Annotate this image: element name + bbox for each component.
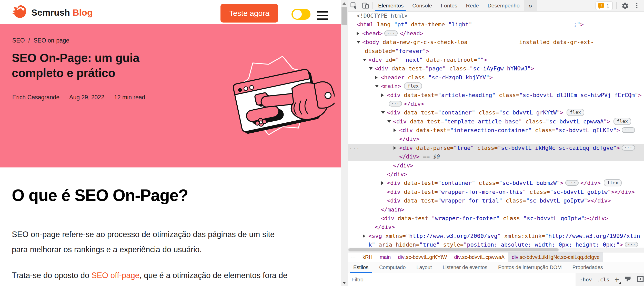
devtools-panel: ElementosConsoleFontesRedeDesempenho » 1: [348, 0, 644, 286]
dom-tree-row[interactable]: <!DOCTYPE html>: [348, 12, 644, 20]
styles-filter-input[interactable]: [348, 273, 576, 286]
dom-tree-row[interactable]: <main>flex: [348, 82, 644, 91]
expand-ellipsis-button[interactable]: ···: [565, 180, 579, 186]
hscrollbar-thumb[interactable]: [348, 248, 559, 251]
dom-tree-row[interactable]: </div>: [348, 223, 644, 231]
expand-arrow-icon[interactable]: [381, 179, 387, 187]
toggle-class-button[interactable]: .cls: [597, 277, 609, 283]
styles-tab-layout[interactable]: Layout: [411, 262, 437, 273]
devtools-tab-rede[interactable]: Rede: [461, 0, 483, 11]
expand-arrow-icon[interactable]: [394, 126, 399, 135]
try-now-button[interactable]: Teste agora: [220, 4, 278, 23]
seo-off-page-link[interactable]: SEO off-page: [92, 271, 139, 280]
dom-tree-row[interactable]: k" aria-hidden="true" style="position: a…: [348, 240, 644, 248]
breadcrumb-seo-on-page[interactable]: SEO on-page: [34, 37, 69, 44]
flex-badge[interactable]: flex: [613, 118, 631, 125]
dom-tree-row[interactable]: <div data-test="container" class="sc-bdv…: [348, 108, 644, 117]
toggle-hover-state-button[interactable]: :hov: [580, 277, 592, 283]
issues-badge[interactable]: 1: [596, 2, 613, 10]
dom-breadcrumb[interactable]: kRH: [359, 252, 376, 262]
expand-arrow-icon[interactable]: [357, 29, 362, 38]
dom-tree-row[interactable]: <div id="__next" data-reactroot="">: [348, 56, 644, 64]
dom-tree-row[interactable]: </div>: [348, 170, 644, 179]
more-tabs-button[interactable]: »: [524, 0, 537, 11]
code-token: ;": [573, 21, 580, 28]
dom-tree-row[interactable]: ···</div>: [348, 100, 644, 108]
dom-tree-row[interactable]: </div>: [348, 161, 644, 170]
dom-tree-row[interactable]: <html lang="pt" data-theme="light";">: [348, 20, 644, 29]
code-token: "sc-cHzqoD kbjYYV": [428, 74, 489, 81]
collapse-arrow-icon[interactable]: [381, 108, 387, 117]
new-style-rule-button[interactable]: +: [615, 277, 619, 282]
devtools-tab-elementos[interactable]: Elementos: [374, 0, 408, 11]
breadcrumb-seo[interactable]: SEO: [12, 37, 25, 44]
toolbar-divider: [616, 2, 617, 9]
dom-breadcrumb[interactable]: main: [376, 252, 394, 262]
semrush-logo[interactable]: Semrush Blog: [11, 4, 93, 21]
expand-arrow-icon[interactable]: [375, 73, 381, 82]
row-actions-ellipsis[interactable]: ···: [349, 144, 360, 152]
horizontal-scrollbar[interactable]: [348, 248, 644, 252]
devtools-tab-console[interactable]: Console: [408, 0, 436, 11]
hamburger-menu-icon[interactable]: [317, 11, 328, 20]
devtools-tab-fontes[interactable]: Fontes: [436, 0, 461, 11]
expand-ellipsis-button[interactable]: ···: [389, 101, 402, 107]
dom-tree-row[interactable]: <div data-test="wrapper-for-trial" class…: [348, 196, 644, 205]
dom-tree-row[interactable]: ···<div data-parse="true" class="sc-bdvv…: [348, 144, 644, 152]
flex-badge[interactable]: flex: [404, 82, 422, 90]
dom-tree-row[interactable]: <div data-test="article-heading" class="…: [348, 91, 644, 100]
breadcrumb-overflow-button[interactable]: …: [348, 253, 359, 261]
devtools-tab-desempenho[interactable]: Desempenho: [483, 0, 524, 11]
expand-ellipsis-button[interactable]: ···: [625, 242, 638, 247]
dom-tree-row[interactable]: <head>···</head>: [348, 29, 644, 38]
theme-toggle[interactable]: [291, 9, 310, 20]
dom-tree-row[interactable]: <div data-test="container" class="sc-bdv…: [348, 179, 644, 187]
code-token: installed data-gr-ext-: [519, 39, 594, 45]
inspect-element-button[interactable]: [348, 0, 360, 11]
settings-button[interactable]: [619, 2, 631, 9]
expand-ellipsis-button[interactable]: ···: [622, 127, 635, 133]
dom-tree-row[interactable]: <div data-test="intersection-container" …: [348, 126, 644, 135]
styles-tab-pontos-de-interrupção-dom[interactable]: Pontos de interrupção DOM: [493, 262, 567, 273]
dom-tree-row[interactable]: disabled="forever">: [348, 47, 644, 56]
scroll-up-button[interactable]: [341, 0, 348, 7]
device-toolbar-button[interactable]: [360, 0, 371, 11]
scrollbar-thumb[interactable]: [341, 7, 347, 25]
collapse-arrow-icon[interactable]: [375, 82, 381, 91]
collapse-arrow-icon[interactable]: [387, 117, 393, 126]
styles-tab-listener-de-eventos[interactable]: Listener de eventos: [437, 262, 493, 273]
page-scrollbar[interactable]: [341, 0, 348, 286]
expand-arrow-icon[interactable]: [394, 144, 399, 152]
dom-breadcrumb[interactable]: div.sc-bdvvtL.ikHgNc.sc-caiLqq.dcfgve: [508, 252, 603, 262]
expand-ellipsis-button[interactable]: ···: [622, 145, 635, 151]
dom-tree-row[interactable]: </main>: [348, 205, 644, 214]
collapse-arrow-icon[interactable]: [363, 56, 368, 64]
styles-tab-computado[interactable]: Computado: [374, 262, 411, 273]
styles-tab-estilos[interactable]: Estilos: [348, 262, 374, 273]
collapse-arrow-icon[interactable]: [357, 38, 362, 47]
dom-breadcrumb[interactable]: div.sc-bdvvtL.cpwwaA: [450, 252, 508, 262]
expand-arrow-icon[interactable]: [363, 232, 368, 240]
dom-tree-row[interactable]: <div data-test="wrapper-for-more-on-this…: [348, 188, 644, 196]
styles-tab-propriedades[interactable]: Propriedades: [567, 262, 608, 273]
show-sidebar-icon[interactable]: [637, 275, 644, 284]
flex-badge[interactable]: flex: [567, 109, 584, 116]
dom-tree-row[interactable]: <div data-test="page" class="sc-iAyFgw h…: [348, 64, 644, 73]
flex-badge[interactable]: flex: [604, 179, 621, 186]
dom-tree-row[interactable]: </div>: [348, 135, 644, 143]
dom-tree-row[interactable]: </div> == $0: [348, 152, 644, 161]
brush-icon[interactable]: [624, 276, 631, 284]
collapse-arrow-icon[interactable]: [369, 64, 375, 73]
dom-tree-row[interactable]: <div data-test="wrapper-for-footer" clas…: [348, 214, 644, 223]
code-token: >: [489, 74, 493, 81]
dom-breadcrumb[interactable]: div.sc-bdvvtL.grKYtW: [394, 252, 450, 262]
expand-arrow-icon[interactable]: [381, 91, 387, 100]
code-token: <svg: [368, 233, 382, 239]
kebab-menu-button[interactable]: [631, 2, 643, 9]
dom-tree-row[interactable]: <body data-new-gr-c-s-check-loainstalled…: [348, 38, 644, 47]
dom-tree-row[interactable]: <div data-test="template-article-base" c…: [348, 117, 644, 126]
dom-tree-row[interactable]: <svg xmlns="http://www.w3.org/2000/svg" …: [348, 232, 644, 240]
scroll-down-button[interactable]: [341, 279, 348, 286]
dom-tree-row[interactable]: <header class="sc-cHzqoD kbjYYV">: [348, 73, 644, 82]
expand-ellipsis-button[interactable]: ···: [384, 30, 398, 36]
